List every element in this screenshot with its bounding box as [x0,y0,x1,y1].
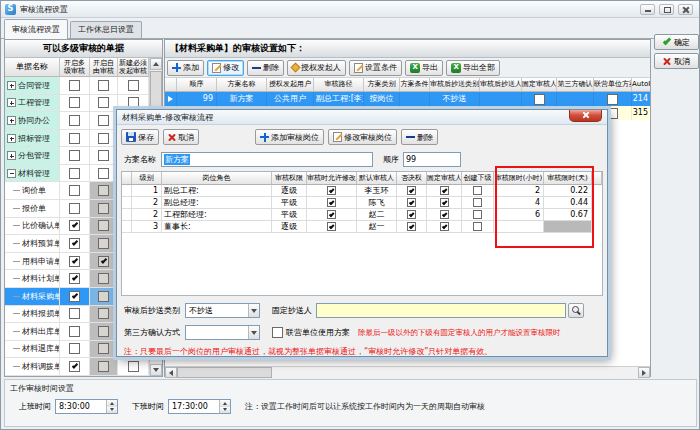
order-field[interactable]: 99 [403,152,461,167]
grid-checkbox[interactable] [327,210,336,219]
grid-checkbox[interactable] [473,222,482,231]
multi-audit-checkbox[interactable] [69,115,80,126]
minimize-button[interactable] [640,4,655,15]
maximize-button[interactable] [659,4,674,15]
position-row[interactable]: 2副总经理:平级陈飞40.44 [122,197,602,209]
position-row[interactable]: 2工程部经理:平级赵二60.67 [122,209,602,221]
dropdown-button[interactable] [248,326,259,339]
cc-type-select[interactable]: 不抄送 [185,303,260,318]
multi-audit-checkbox[interactable] [69,203,80,214]
multi-audit-checkbox[interactable] [69,168,80,179]
tab-audit-flow-settings[interactable]: 审核流程设置 [4,19,68,39]
free-audit-checkbox[interactable] [98,97,109,108]
delete-button[interactable]: 删除 [247,60,284,76]
free-audit-checkbox[interactable] [98,168,109,179]
multi-audit-checkbox[interactable] [69,80,80,91]
export-button[interactable]: 导出 [405,60,443,76]
free-audit-checkbox[interactable] [98,203,109,214]
free-audit-checkbox[interactable] [98,256,109,267]
collapse-icon[interactable] [7,169,16,178]
free-audit-checkbox[interactable] [98,115,109,126]
end-time-spinner[interactable] [219,400,230,413]
free-audit-checkbox[interactable] [98,220,109,231]
dialog-titlebar[interactable]: 材料采购单-修改审核流程 [117,110,607,125]
expand-icon[interactable] [7,134,16,143]
free-audit-checkbox[interactable] [98,291,109,302]
must-initiate-checkbox[interactable] [128,97,139,108]
set-condition-button[interactable]: 设置条件 [349,60,402,76]
modify-position-button[interactable]: 修改审核岗位 [328,129,397,145]
free-audit-checkbox[interactable] [98,238,109,249]
multi-audit-checkbox[interactable] [69,291,80,302]
grid-checkbox[interactable] [407,210,416,219]
save-button[interactable]: 保存 [121,129,159,145]
multi-audit-checkbox[interactable] [69,97,80,108]
scrollbar-thumb[interactable] [177,367,272,378]
tab-rest-day-settings[interactable]: 工作休息日设置 [70,21,142,38]
multi-audit-checkbox[interactable] [69,308,80,319]
export-all-button[interactable]: 导出全部 [446,60,500,76]
panel-cancel-button[interactable]: 取消 [654,53,699,69]
grid-checkbox[interactable] [473,198,482,207]
multi-audit-checkbox[interactable] [69,133,80,144]
free-audit-checkbox[interactable] [98,343,109,354]
joint-unit-checkbox[interactable] [272,327,283,338]
multi-audit-checkbox[interactable] [69,326,80,337]
grid-checkbox[interactable] [473,210,482,219]
third-party-select[interactable] [185,325,260,340]
spinner-down-button[interactable] [107,407,117,414]
add-button[interactable]: 添加 [167,60,204,76]
free-audit-checkbox[interactable] [98,273,109,284]
grid-checkbox[interactable] [534,94,545,105]
free-audit-checkbox[interactable] [98,326,109,337]
close-button[interactable] [678,4,693,15]
fixed-cc-field[interactable] [316,303,566,318]
grid-h-scrollbar[interactable] [165,366,650,378]
scroll-right-button[interactable] [638,367,650,378]
scroll-left-button[interactable] [165,367,177,378]
must-initiate-checkbox[interactable] [128,80,139,91]
grid-checkbox[interactable] [407,198,416,207]
free-audit-checkbox[interactable] [98,361,109,372]
end-time-field[interactable]: 17:30:00 [168,399,231,414]
tree-row[interactable]: 材料调拨单 [5,358,149,376]
grid-checkbox[interactable] [473,186,482,195]
grid-checkbox[interactable] [440,222,449,231]
multi-audit-checkbox[interactable] [69,256,80,267]
scroll-up-button[interactable] [150,58,162,70]
free-audit-checkbox[interactable] [98,133,109,144]
multi-audit-checkbox[interactable] [69,150,80,161]
grid-checkbox[interactable] [407,186,416,195]
tree-row[interactable]: 合同管理 [5,77,149,95]
expand-icon[interactable] [7,151,16,160]
must-initiate-checkbox[interactable] [128,361,139,372]
free-audit-checkbox[interactable] [98,150,109,161]
free-audit-checkbox[interactable] [98,80,109,91]
grid-checkbox[interactable] [327,186,336,195]
dialog-cancel-button[interactable]: 取消 [163,129,199,145]
position-row[interactable]: 1副总工程:逐级李玉环20.22 [122,185,602,197]
add-position-button[interactable]: 添加审核岗位 [255,129,324,145]
grid-checkbox[interactable] [327,222,336,231]
multi-audit-checkbox[interactable] [69,238,80,249]
authorize-initiator-button[interactable]: 授权发起人 [287,60,346,76]
ok-button[interactable]: 确定 [654,34,699,50]
grid-checkbox[interactable] [607,108,618,119]
grid-checkbox[interactable] [327,198,336,207]
spinner-down-button[interactable] [220,407,230,414]
expand-icon[interactable] [7,98,16,107]
expand-icon[interactable] [7,81,16,90]
plan-name-field[interactable]: 新方案 [161,152,373,167]
grid-checkbox[interactable] [440,210,449,219]
delete-position-button[interactable]: 删除 [401,129,438,145]
grid-checkbox[interactable] [440,186,449,195]
scrollbar-thumb[interactable] [150,71,162,109]
multi-audit-checkbox[interactable] [69,273,80,284]
plan-grid-row[interactable]: 99新方案公共用户副总工程:[李玉按岗位不抄送214 [165,92,650,106]
grid-checkbox[interactable] [440,198,449,207]
multi-audit-checkbox[interactable] [69,220,80,231]
free-audit-checkbox[interactable] [98,308,109,319]
dropdown-button[interactable] [248,304,259,317]
start-time-field[interactable]: 8:30:00 [55,399,118,414]
multi-audit-checkbox[interactable] [69,361,80,372]
